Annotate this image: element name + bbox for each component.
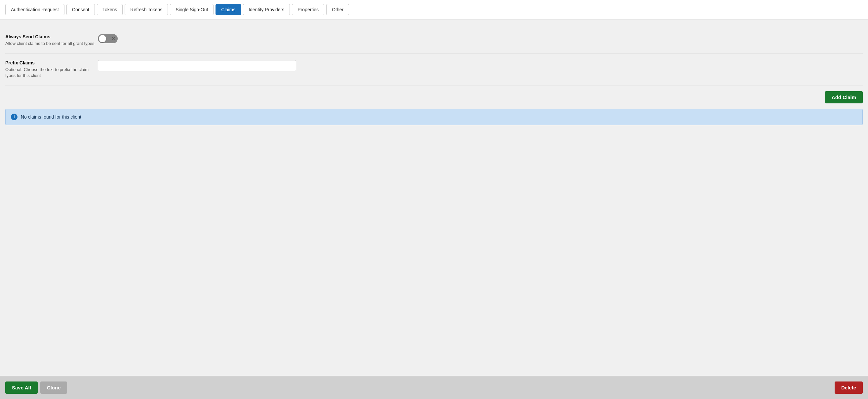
footer-left-actions: Save All Clone	[5, 381, 67, 394]
delete-button[interactable]: Delete	[835, 381, 863, 394]
tab-other[interactable]: Other	[326, 4, 349, 15]
main-content: Always Send Claims Allow client claims t…	[0, 20, 868, 376]
always-send-claims-section: Always Send Claims Allow client claims t…	[5, 27, 863, 54]
no-claims-message: No claims found for this client	[21, 114, 81, 120]
prefix-claims-control	[98, 60, 863, 71]
always-send-claims-description: Allow client claims to be sent for all g…	[5, 41, 98, 46]
tabs-bar: Authentication Request Consent Tokens Re…	[0, 0, 868, 20]
always-send-claims-control: ✕	[98, 34, 863, 43]
prefix-claims-title: Prefix Claims	[5, 60, 98, 65]
tab-properties[interactable]: Properties	[292, 4, 324, 15]
prefix-claims-input[interactable]	[98, 60, 296, 71]
toggle-knob	[99, 35, 106, 42]
no-claims-banner: i No claims found for this client	[5, 109, 863, 125]
tab-single-sign-out[interactable]: Single Sign-Out	[170, 4, 214, 15]
add-claim-row: Add Claim	[5, 86, 863, 109]
tab-authentication-request[interactable]: Authentication Request	[5, 4, 64, 15]
prefix-claims-label: Prefix Claims Optional. Choose the text …	[5, 60, 98, 78]
footer: Save All Clone Delete	[0, 376, 868, 399]
add-claim-button[interactable]: Add Claim	[825, 91, 863, 103]
tab-consent[interactable]: Consent	[66, 4, 95, 15]
always-send-claims-toggle[interactable]: ✕	[98, 34, 118, 43]
tab-claims[interactable]: Claims	[216, 4, 241, 15]
always-send-claims-label: Always Send Claims Allow client claims t…	[5, 34, 98, 46]
always-send-claims-toggle-wrapper: ✕	[98, 34, 118, 43]
tab-identity-providers[interactable]: Identity Providers	[243, 4, 290, 15]
footer-right-actions: Delete	[835, 381, 863, 394]
toggle-off-icon: ✕	[112, 36, 115, 41]
clone-button[interactable]: Clone	[40, 381, 67, 394]
save-all-button[interactable]: Save All	[5, 381, 38, 394]
info-icon: i	[11, 113, 18, 120]
tab-refresh-tokens[interactable]: Refresh Tokens	[125, 4, 168, 15]
tab-tokens[interactable]: Tokens	[97, 4, 123, 15]
always-send-claims-title: Always Send Claims	[5, 34, 98, 39]
prefix-claims-section: Prefix Claims Optional. Choose the text …	[5, 54, 863, 86]
prefix-claims-description: Optional. Choose the text to prefix the …	[5, 67, 98, 78]
